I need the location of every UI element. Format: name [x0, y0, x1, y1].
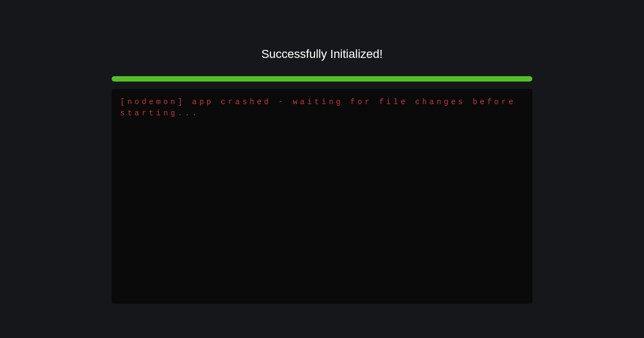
content-wrapper: [nodemon] app crashed - waiting for file… [112, 76, 532, 304]
page-title: Successfully Initialized! [261, 47, 383, 61]
progress-bar [112, 76, 532, 82]
terminal-output: [nodemon] app crashed - waiting for file… [112, 89, 532, 304]
